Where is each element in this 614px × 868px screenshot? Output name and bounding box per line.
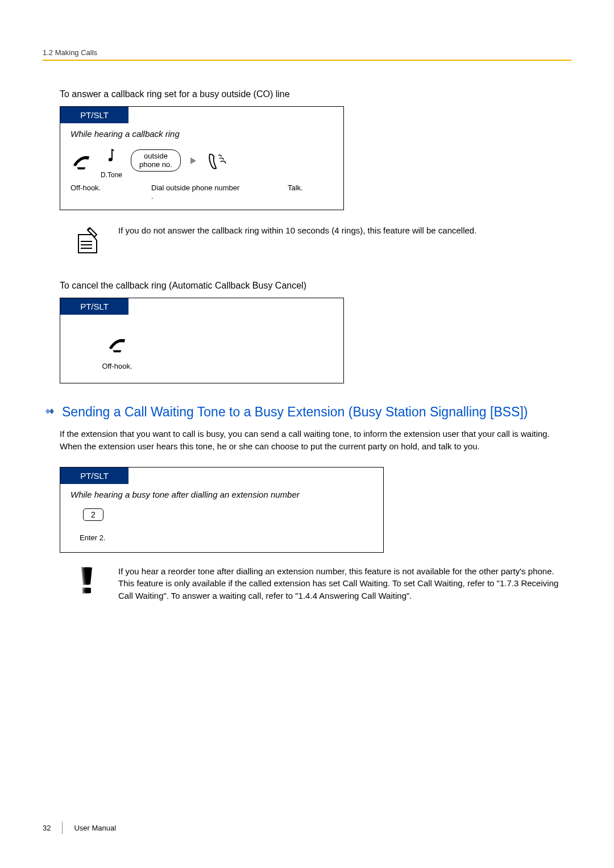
note-block: If you do not answer the callback ring w… — [74, 224, 571, 258]
section3-heading-text: Sending a Call Waiting Tone to a Busy Ex… — [62, 403, 528, 421]
music-note-icon — [106, 142, 117, 168]
warning-text: If you hear a reorder tone after diallin… — [118, 565, 562, 602]
page-header: 1.2 Making Calls — [43, 48, 571, 61]
section2-heading: To cancel the callback ring (Automatic C… — [60, 281, 571, 291]
diagram-callback-answer: PT/SLT While hearing a callback ring D.T… — [60, 106, 344, 210]
handset-talk-icon — [206, 148, 229, 173]
note-pencil-icon — [74, 224, 101, 258]
offhook-caption: Off-hook. — [70, 183, 110, 201]
dial-caption: Dial outside phone number . — [151, 183, 242, 201]
lozenge-line2: phone no. — [139, 160, 172, 169]
talk-caption: Talk. — [288, 183, 316, 201]
diagram-row: D.Tone outside phone no. — [60, 142, 343, 183]
dtone-label: D.Tone — [101, 171, 122, 179]
phone-number-lozenge: outside phone no. — [131, 149, 181, 172]
arrow-right-icon — [189, 148, 197, 173]
diagram-title: PT/SLT — [60, 107, 128, 123]
offhook-caption2: Off-hook. — [102, 362, 132, 370]
diagram2-title: PT/SLT — [60, 298, 128, 315]
offhook-item — [70, 148, 92, 173]
lozenge-item: outside phone no. — [131, 149, 181, 172]
lozenge-line1: outside — [144, 152, 168, 160]
section3-heading: Sending a Call Waiting Tone to a Busy Ex… — [43, 403, 571, 421]
header-divider — [43, 60, 571, 61]
diagram3-title: PT/SLT — [60, 468, 128, 484]
dtone-item: D.Tone — [101, 142, 122, 179]
diamond-bullet-icon — [43, 403, 57, 421]
enter2-caption: Enter 2. — [60, 525, 383, 542]
caption-row: Off-hook. Dial outside phone number . Ta… — [60, 183, 343, 210]
note-text: If you do not answer the callback ring w… — [118, 224, 476, 258]
diagram3-subtitle: While hearing a busy tone after dialling… — [60, 484, 383, 503]
svg-rect-2 — [85, 588, 91, 593]
handset-offhook-icon — [106, 331, 128, 356]
footer-divider — [62, 821, 63, 834]
exclamation-icon — [74, 565, 101, 602]
svg-point-0 — [88, 228, 90, 230]
handset-offhook-icon — [70, 148, 92, 173]
section1-heading: To answer a callback ring set for a busy… — [60, 89, 571, 99]
diagram-callback-cancel: PT/SLT Off-hook. — [60, 298, 344, 383]
breadcrumb: 1.2 Making Calls — [43, 48, 571, 57]
diagram-bss: PT/SLT While hearing a busy tone after d… — [60, 467, 384, 553]
page-number: 32 — [43, 824, 51, 832]
diagram2-body: Off-hook. — [60, 315, 174, 370]
talk-item — [206, 148, 229, 173]
warning-block: If you hear a reorder tone after diallin… — [74, 565, 571, 602]
key-2: 2 — [83, 508, 103, 521]
section3-body: If the extension that you want to call i… — [60, 428, 560, 453]
key-row: 2 — [60, 503, 383, 525]
diagram-subtitle: While hearing a callback ring — [60, 123, 343, 142]
footer-label: User Manual — [74, 824, 116, 832]
page-footer: 32 User Manual — [43, 821, 116, 834]
